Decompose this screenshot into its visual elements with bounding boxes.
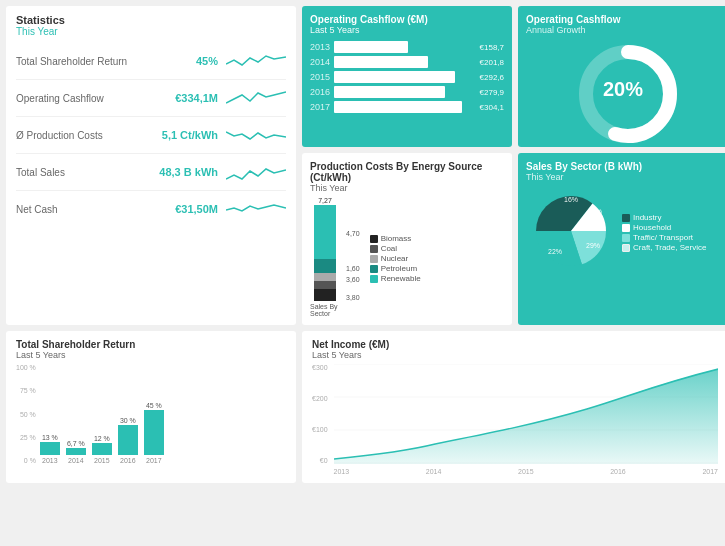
seg-renewable [314, 205, 336, 259]
net-income-x-axis: 2013 2014 2015 2016 2017 [334, 468, 718, 475]
net-income-subtitle: Last 5 Years [312, 350, 718, 360]
area-fill [334, 369, 718, 464]
donut-wrap: 20% [573, 39, 673, 139]
net-income-y-axis: €300 €200 €100 €0 [312, 364, 332, 464]
stat-value-prodcosts: 5,1 Ct/kWh [162, 129, 218, 141]
net-income-chart-area: €300 €200 €100 €0 [312, 364, 718, 475]
stat-row-netcash: Net Cash €31,50M [16, 191, 286, 227]
seg-petroleum [314, 259, 336, 273]
net-income-panel: Net Income (€M) Last 5 Years €300 €200 €… [302, 331, 725, 483]
cashflow-bar-2017: 2017 €304,1 [310, 101, 504, 113]
stat-value-totalsales: 48,3 B kWh [159, 166, 218, 178]
cashflow-panel: Operating Cashflow (€M) Last 5 Years 201… [302, 6, 512, 147]
stat-label-netcash: Net Cash [16, 204, 167, 215]
stat-row-totalsales: Total Sales 48,3 B kWh [16, 154, 286, 191]
cashflow-subtitle: Last 5 Years [310, 25, 504, 35]
label-traffic: 29% [586, 242, 600, 249]
pie-area: 33% 29% 22% 16% Industry Household Traff… [526, 186, 720, 276]
prod-value-labels: 4,70 1,60 3,60 3,80 [346, 197, 360, 317]
tsr-bottom-panel: Total Shareholder Return Last 5 Years 10… [6, 331, 296, 483]
stat-value-netcash: €31,50M [175, 203, 218, 215]
cashflow-bar-2015: 2015 €292,6 [310, 71, 504, 83]
tsr-bottom-title: Total Shareholder Return [16, 339, 286, 350]
seg-nuclear [314, 273, 336, 281]
label-household: 33% [588, 208, 602, 215]
tsr-y-axis: 100 % 75 % 50 % 25 % 0 % [16, 364, 38, 464]
label-craft: 22% [548, 248, 562, 255]
stat-value-cashflow: €334,1M [175, 92, 218, 104]
stat-label-cashflow: Operating Cashflow [16, 93, 167, 104]
prod-stacked-bar: 7,27 Sales By Sector [310, 197, 340, 317]
stats-subtitle: This Year [16, 26, 286, 37]
cashflow-bar-2013: 2013 €158,7 [310, 41, 504, 53]
cashflow-bar-chart: 2013 €158,7 2014 €201,8 2015 €292,6 [310, 41, 504, 113]
tsr-bar-2015: 12 % 2015 [92, 435, 112, 464]
growth-subtitle-line: Annual Growth [526, 25, 586, 35]
growth-panel: Operating Cashflow Annual Growth 20% [518, 6, 725, 147]
prod-costs-title: Production Costs By Energy Source (Ct/kW… [310, 161, 504, 183]
tsr-bar-2016: 30 % 2016 [118, 417, 138, 464]
sales-sector-subtitle: This Year [526, 172, 720, 182]
seg-coal [314, 281, 336, 289]
sales-sector-title: Sales By Sector (B kWh) [526, 161, 720, 172]
tsr-bottom-subtitle: Last 5 Years [16, 350, 286, 360]
tsr-bars: 13 % 2013 6,7 % 2014 12 % 2015 30 % [40, 364, 286, 464]
pie-svg: 33% 29% 22% 16% [526, 186, 616, 276]
growth-title: Operating Cashflow [526, 14, 620, 25]
stats-title: Statistics [16, 14, 286, 26]
tsr-bar-2013: 13 % 2013 [40, 434, 60, 464]
stat-row-tsr: Total Shareholder Return 45% [16, 43, 286, 80]
statistics-panel: Statistics This Year Total Shareholder R… [6, 6, 296, 325]
stat-label-prodcosts: Ø Production Costs [16, 130, 154, 141]
spark-netcash [226, 198, 286, 220]
sales-sector-panel: Sales By Sector (B kWh) This Year [518, 153, 725, 325]
stat-label-totalsales: Total Sales [16, 167, 151, 178]
growth-value: 20% [603, 78, 643, 101]
spark-cashflow [226, 87, 286, 109]
tsr-bar-2014: 6,7 % 2014 [66, 440, 86, 464]
label-industry: 16% [564, 196, 578, 203]
net-income-svg-container: 2013 2014 2015 2016 2017 [334, 364, 718, 475]
stat-row-prodcosts: Ø Production Costs 5,1 Ct/kWh [16, 117, 286, 154]
stat-row-cashflow: Operating Cashflow €334,1M [16, 80, 286, 117]
stat-label-tsr: Total Shareholder Return [16, 56, 188, 67]
net-income-svg [334, 364, 718, 464]
prod-costs-subtitle: This Year [310, 183, 504, 193]
tsr-bar-2017: 45 % 2017 [144, 402, 164, 464]
cashflow-title: Operating Cashflow (€M) [310, 14, 504, 25]
spark-prodcosts [226, 124, 286, 146]
sector-legend: Industry Household Traffic/ Transport Cr… [622, 213, 706, 253]
net-income-title: Net Income (€M) [312, 339, 718, 350]
cashflow-bar-2014: 2014 €201,8 [310, 56, 504, 68]
prod-legend: Biomass Coal Nuclear Petroleum Renewable [370, 201, 421, 317]
seg-biomass [314, 289, 336, 301]
tsr-chart-area: 100 % 75 % 50 % 25 % 0 % 13 % 2013 6,7 %… [16, 364, 286, 464]
stat-value-tsr: 45% [196, 55, 218, 67]
donut-container: 20% [526, 39, 720, 139]
prod-costs-panel: Production Costs By Energy Source (Ct/kW… [302, 153, 512, 325]
cashflow-bar-2016: 2016 €279,9 [310, 86, 504, 98]
spark-totalsales [226, 161, 286, 183]
spark-tsr [226, 50, 286, 72]
